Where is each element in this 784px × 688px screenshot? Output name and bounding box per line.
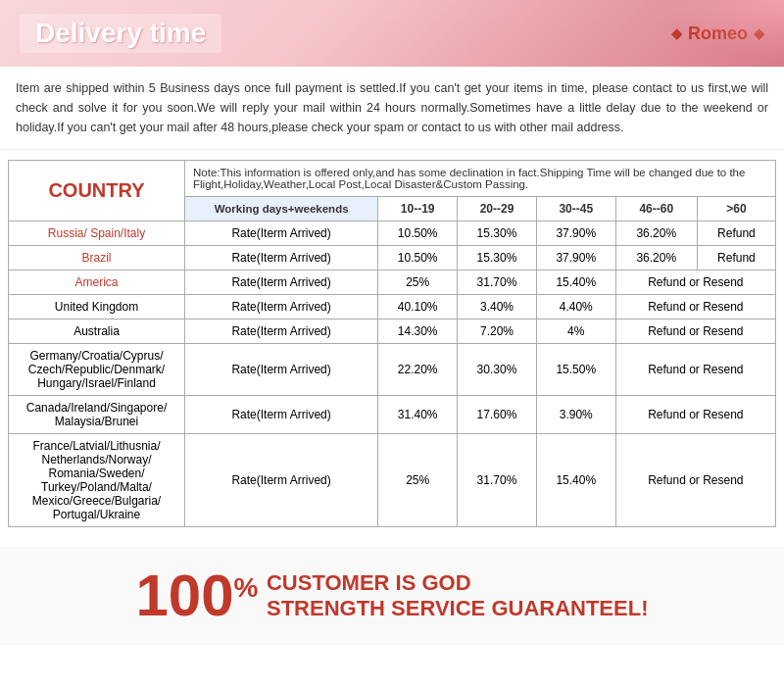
header: Delivery time ◆ Romeo ◆ — [0, 0, 784, 67]
working-days-cell: Rate(Iterm Arrived) — [185, 434, 378, 527]
range-10-19: 31.40% — [378, 396, 458, 434]
country-cell: France/Latvial/Lithusnia/ Netherlands/No… — [9, 434, 185, 527]
table-row: AmericaRate(Iterm Arrived)25%31.70%15.40… — [9, 270, 776, 295]
country-cell: Australia — [9, 319, 185, 344]
delivery-table: COUNTRYNote:This information is offered … — [8, 160, 776, 527]
table-row: United KingdomRate(Iterm Arrived)40.10%3… — [9, 295, 776, 319]
range-20-29: 31.70% — [458, 434, 537, 527]
range-30-45: 15.40% — [536, 270, 615, 295]
working-days-cell: Rate(Iterm Arrived) — [185, 344, 378, 396]
country-cell: Brazil — [9, 246, 185, 270]
brand-name: Romeo — [688, 24, 748, 44]
working-days-cell: Rate(Iterm Arrived) — [185, 396, 378, 434]
range-20-29: 7.20% — [458, 319, 537, 344]
table-row: AustraliaRate(Iterm Arrived)14.30%7.20%4… — [9, 319, 776, 344]
range-46-plus: Refund or Resend — [615, 319, 775, 344]
note-cell: Note:This information is offered only,an… — [185, 161, 776, 197]
country-cell: Canada/Ireland/Singapore/ Malaysia/Brune… — [9, 396, 185, 434]
range-60-plus: Refund — [697, 221, 775, 246]
range-46-plus: Refund or Resend — [615, 344, 775, 396]
brand-logo: ◆ Romeo ◆ — [671, 24, 764, 44]
table-row: Russia/ Spain/ItalyRate(Iterm Arrived)10… — [9, 221, 776, 246]
range-46-plus: Refund or Resend — [615, 270, 775, 295]
banner-line1: CUSTOMER IS GOD — [267, 570, 649, 596]
country-header: COUNTRY — [9, 161, 185, 221]
col-header-4: 46--60 — [615, 197, 697, 221]
range-10-19: 25% — [378, 270, 458, 295]
country-cell: Germany/Croatia/Cyprus/ Czech/Republic/D… — [9, 344, 185, 396]
working-days-cell: Rate(Iterm Arrived) — [185, 246, 378, 270]
diamond-right: ◆ — [754, 25, 764, 41]
range-30-45: 4% — [536, 319, 615, 344]
range-10-19: 22.20% — [378, 344, 458, 396]
range-46-plus: Refund or Resend — [615, 434, 775, 527]
range-20-29: 31.70% — [458, 270, 537, 295]
page-title: Delivery time — [20, 14, 221, 53]
table-row: France/Latvial/Lithusnia/ Netherlands/No… — [9, 434, 776, 527]
country-cell: America — [9, 270, 185, 295]
range-30-45: 37.90% — [536, 246, 615, 270]
col-header-5: >60 — [697, 197, 775, 221]
range-20-29: 15.30% — [458, 246, 537, 270]
range-10-19: 40.10% — [378, 295, 458, 319]
banner-line2: STRENGTH SERVICE GUARANTEEL! — [267, 596, 649, 621]
country-cell: United Kingdom — [9, 295, 185, 319]
col-header-3: 30--45 — [536, 197, 615, 221]
range-20-29: 3.40% — [458, 295, 537, 319]
percent-text: % — [234, 572, 259, 604]
table-row: Canada/Ireland/Singapore/ Malaysia/Brune… — [9, 396, 776, 434]
banner-text-block: CUSTOMER IS GOD STRENGTH SERVICE GUARANT… — [267, 570, 649, 621]
range-30-45: 37.90% — [536, 221, 615, 246]
diamond-left: ◆ — [671, 25, 682, 41]
range-30-45: 15.50% — [536, 344, 615, 396]
col-header-0: Working days+weekends — [185, 197, 378, 221]
range-20-29: 15.30% — [458, 221, 537, 246]
working-days-cell: Rate(Iterm Arrived) — [185, 221, 378, 246]
description-text: Item are shipped within 5 Business days … — [0, 67, 784, 150]
range-46-plus: Refund or Resend — [615, 396, 775, 434]
range-10-19: 14.30% — [378, 319, 458, 344]
range-30-45: 15.40% — [536, 434, 615, 527]
range-30-45: 3.90% — [536, 396, 615, 434]
range-10-19: 10.50% — [378, 246, 458, 270]
table-wrapper: COUNTRYNote:This information is offered … — [0, 150, 784, 537]
country-cell: Russia/ Spain/Italy — [9, 221, 185, 246]
range-60-plus: Refund — [697, 246, 775, 270]
range-46-plus: Refund or Resend — [615, 295, 775, 319]
range-10-19: 10.50% — [378, 221, 458, 246]
range-20-29: 17.60% — [458, 396, 537, 434]
col-header-1: 10--19 — [378, 197, 458, 221]
working-days-cell: Rate(Iterm Arrived) — [185, 295, 378, 319]
working-days-cell: Rate(Iterm Arrived) — [185, 319, 378, 344]
range-10-19: 25% — [378, 434, 458, 527]
hundred-text: 100 — [136, 566, 234, 625]
banner-number-wrap: 100% — [136, 566, 259, 625]
range-30-45: 4.40% — [536, 295, 615, 319]
col-header-2: 20--29 — [458, 197, 537, 221]
table-row: BrazilRate(Iterm Arrived)10.50%15.30%37.… — [9, 246, 776, 270]
table-row: Germany/Croatia/Cyprus/ Czech/Republic/D… — [9, 344, 776, 396]
range-20-29: 30.30% — [458, 344, 537, 396]
bottom-banner: 100% CUSTOMER IS GOD STRENGTH SERVICE GU… — [0, 547, 784, 645]
range-46-60: 36.20% — [615, 246, 697, 270]
working-days-cell: Rate(Iterm Arrived) — [185, 270, 378, 295]
range-46-60: 36.20% — [615, 221, 697, 246]
